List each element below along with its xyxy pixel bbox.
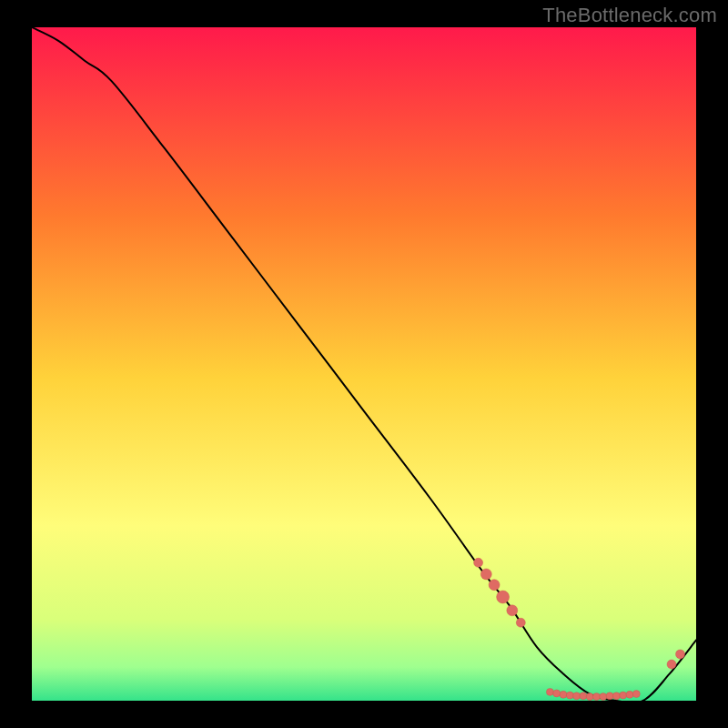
data-marker xyxy=(586,693,593,701)
data-marker xyxy=(560,691,567,698)
data-marker xyxy=(667,660,676,669)
data-marker xyxy=(612,693,620,700)
data-marker xyxy=(480,569,491,580)
chart-frame: TheBottleneck.com xyxy=(0,0,728,728)
data-marker xyxy=(600,693,607,701)
data-marker xyxy=(507,605,518,616)
data-marker xyxy=(580,693,587,700)
data-marker xyxy=(573,693,581,700)
data-marker xyxy=(497,591,510,603)
data-marker xyxy=(516,618,525,627)
gradient-background xyxy=(32,27,696,701)
data-marker xyxy=(474,558,483,567)
data-marker xyxy=(553,690,561,697)
data-marker xyxy=(546,688,553,695)
data-marker xyxy=(632,691,640,698)
bottleneck-chart xyxy=(32,27,696,701)
data-marker xyxy=(593,693,601,701)
data-marker xyxy=(620,692,627,699)
data-marker xyxy=(676,650,685,659)
plot-area xyxy=(32,27,696,701)
data-marker xyxy=(489,580,500,591)
watermark-text: TheBottleneck.com xyxy=(542,4,717,27)
data-marker xyxy=(566,692,573,699)
data-marker xyxy=(626,691,633,698)
data-marker xyxy=(606,693,613,700)
